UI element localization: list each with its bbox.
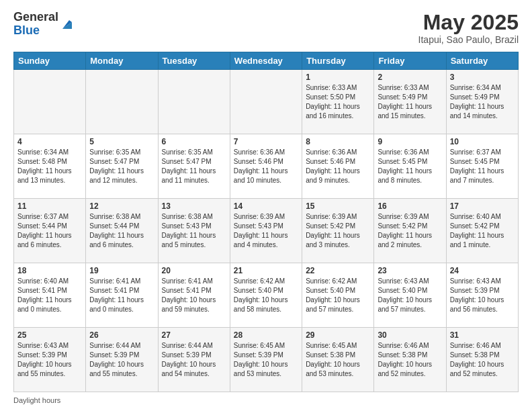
day-number: 14 (234, 201, 298, 211)
day-number: 16 (378, 201, 442, 211)
calendar-cell: 28Sunrise: 6:45 AM Sunset: 5:39 PM Dayli… (230, 328, 302, 392)
calendar-header-cell: Sunday (14, 52, 86, 70)
day-info: Sunrise: 6:43 AM Sunset: 5:40 PM Dayligh… (378, 277, 442, 314)
page: General Blue May 2025 Itapui, Sao Paulo,… (0, 0, 532, 411)
day-info: Sunrise: 6:35 AM Sunset: 5:47 PM Dayligh… (89, 148, 154, 185)
calendar-cell: 17Sunrise: 6:40 AM Sunset: 5:42 PM Dayli… (446, 199, 518, 263)
calendar-cell: 22Sunrise: 6:42 AM Sunset: 5:40 PM Dayli… (302, 263, 374, 328)
day-number: 8 (306, 137, 370, 146)
calendar-week-row: 18Sunrise: 6:40 AM Sunset: 5:41 PM Dayli… (14, 263, 519, 328)
calendar-cell: 7Sunrise: 6:36 AM Sunset: 5:46 PM Daylig… (230, 134, 302, 199)
day-number: 2 (378, 73, 442, 82)
day-info: Sunrise: 6:45 AM Sunset: 5:39 PM Dayligh… (234, 341, 298, 379)
calendar-header-cell: Wednesday (230, 52, 302, 70)
day-info: Sunrise: 6:34 AM Sunset: 5:49 PM Dayligh… (450, 83, 515, 121)
calendar-cell: 8Sunrise: 6:36 AM Sunset: 5:46 PM Daylig… (302, 134, 374, 199)
day-info: Sunrise: 6:39 AM Sunset: 5:42 PM Dayligh… (378, 212, 442, 250)
day-info: Sunrise: 6:36 AM Sunset: 5:45 PM Dayligh… (378, 148, 442, 185)
day-info: Sunrise: 6:44 AM Sunset: 5:39 PM Dayligh… (162, 341, 226, 379)
day-info: Sunrise: 6:46 AM Sunset: 5:38 PM Dayligh… (450, 341, 515, 379)
day-number: 26 (89, 330, 154, 340)
day-number: 18 (17, 266, 82, 275)
day-info: Sunrise: 6:38 AM Sunset: 5:44 PM Dayligh… (89, 212, 154, 250)
logo-icon (60, 17, 75, 32)
calendar-cell: 23Sunrise: 6:43 AM Sunset: 5:40 PM Dayli… (374, 263, 446, 328)
day-info: Sunrise: 6:39 AM Sunset: 5:42 PM Dayligh… (306, 212, 370, 250)
calendar-cell: 2Sunrise: 6:33 AM Sunset: 5:49 PM Daylig… (374, 70, 446, 134)
day-number: 7 (234, 137, 298, 146)
day-number: 9 (378, 137, 442, 146)
calendar-cell: 18Sunrise: 6:40 AM Sunset: 5:41 PM Dayli… (14, 263, 86, 328)
day-number: 13 (162, 201, 226, 211)
footer-label: Daylight hours (13, 396, 60, 404)
calendar-week-row: 25Sunrise: 6:43 AM Sunset: 5:39 PM Dayli… (14, 328, 519, 392)
calendar-cell (158, 70, 230, 134)
day-info: Sunrise: 6:36 AM Sunset: 5:46 PM Dayligh… (234, 148, 298, 185)
calendar-cell: 9Sunrise: 6:36 AM Sunset: 5:45 PM Daylig… (374, 134, 446, 199)
title-block: May 2025 Itapui, Sao Paulo, Brazil (418, 11, 519, 45)
calendar-cell: 16Sunrise: 6:39 AM Sunset: 5:42 PM Dayli… (374, 199, 446, 263)
calendar-header-cell: Friday (374, 52, 446, 70)
day-number: 11 (17, 201, 82, 211)
calendar-cell: 27Sunrise: 6:44 AM Sunset: 5:39 PM Dayli… (158, 328, 230, 392)
calendar-cell: 25Sunrise: 6:43 AM Sunset: 5:39 PM Dayli… (14, 328, 86, 392)
day-number: 6 (162, 137, 226, 146)
day-info: Sunrise: 6:42 AM Sunset: 5:40 PM Dayligh… (306, 277, 370, 314)
day-info: Sunrise: 6:43 AM Sunset: 5:39 PM Dayligh… (17, 341, 82, 379)
day-info: Sunrise: 6:38 AM Sunset: 5:43 PM Dayligh… (162, 212, 226, 250)
day-number: 15 (306, 201, 370, 211)
calendar-cell: 24Sunrise: 6:43 AM Sunset: 5:39 PM Dayli… (446, 263, 518, 328)
day-info: Sunrise: 6:37 AM Sunset: 5:44 PM Dayligh… (17, 212, 82, 250)
day-number: 10 (450, 137, 515, 146)
calendar-cell (230, 70, 302, 134)
day-number: 1 (306, 73, 370, 82)
day-info: Sunrise: 6:45 AM Sunset: 5:38 PM Dayligh… (306, 341, 370, 379)
header: General Blue May 2025 Itapui, Sao Paulo,… (13, 11, 519, 45)
day-number: 28 (234, 330, 298, 340)
day-info: Sunrise: 6:43 AM Sunset: 5:39 PM Dayligh… (450, 277, 515, 314)
day-number: 5 (89, 137, 154, 146)
day-number: 20 (162, 266, 226, 275)
calendar-cell: 12Sunrise: 6:38 AM Sunset: 5:44 PM Dayli… (86, 199, 158, 263)
day-number: 4 (17, 137, 82, 146)
calendar-cell: 26Sunrise: 6:44 AM Sunset: 5:39 PM Dayli… (86, 328, 158, 392)
calendar-header-cell: Tuesday (158, 52, 230, 70)
calendar-cell: 1Sunrise: 6:33 AM Sunset: 5:50 PM Daylig… (302, 70, 374, 134)
day-info: Sunrise: 6:40 AM Sunset: 5:41 PM Dayligh… (17, 277, 82, 314)
calendar-cell: 10Sunrise: 6:37 AM Sunset: 5:45 PM Dayli… (446, 134, 518, 199)
calendar-week-row: 4Sunrise: 6:34 AM Sunset: 5:48 PM Daylig… (14, 134, 519, 199)
calendar-header-cell: Saturday (446, 52, 518, 70)
day-number: 24 (450, 266, 515, 275)
calendar-table: SundayMondayTuesdayWednesdayThursdayFrid… (13, 52, 519, 392)
calendar-cell: 19Sunrise: 6:41 AM Sunset: 5:41 PM Dayli… (86, 263, 158, 328)
day-info: Sunrise: 6:36 AM Sunset: 5:46 PM Dayligh… (306, 148, 370, 185)
footer: Daylight hours (13, 396, 519, 404)
day-number: 21 (234, 266, 298, 275)
day-number: 25 (17, 330, 82, 340)
calendar-cell: 4Sunrise: 6:34 AM Sunset: 5:48 PM Daylig… (14, 134, 86, 199)
day-number: 17 (450, 201, 515, 211)
calendar-cell: 5Sunrise: 6:35 AM Sunset: 5:47 PM Daylig… (86, 134, 158, 199)
calendar-header-cell: Monday (86, 52, 158, 70)
day-number: 3 (450, 73, 515, 82)
calendar-cell: 29Sunrise: 6:45 AM Sunset: 5:38 PM Dayli… (302, 328, 374, 392)
calendar-cell (14, 70, 86, 134)
day-info: Sunrise: 6:34 AM Sunset: 5:48 PM Dayligh… (17, 148, 82, 185)
day-info: Sunrise: 6:42 AM Sunset: 5:40 PM Dayligh… (234, 277, 298, 314)
day-info: Sunrise: 6:41 AM Sunset: 5:41 PM Dayligh… (89, 277, 154, 314)
calendar-week-row: 11Sunrise: 6:37 AM Sunset: 5:44 PM Dayli… (14, 199, 519, 263)
calendar-header-row: SundayMondayTuesdayWednesdayThursdayFrid… (14, 52, 519, 70)
title-location: Itapui, Sao Paulo, Brazil (418, 34, 519, 45)
day-number: 23 (378, 266, 442, 275)
day-info: Sunrise: 6:39 AM Sunset: 5:43 PM Dayligh… (234, 212, 298, 250)
logo: General Blue (13, 11, 75, 38)
calendar-cell (86, 70, 158, 134)
day-info: Sunrise: 6:41 AM Sunset: 5:41 PM Dayligh… (162, 277, 226, 314)
day-info: Sunrise: 6:40 AM Sunset: 5:42 PM Dayligh… (450, 212, 515, 250)
day-number: 19 (89, 266, 154, 275)
day-info: Sunrise: 6:35 AM Sunset: 5:47 PM Dayligh… (162, 148, 226, 185)
logo-general: General Blue (13, 11, 58, 38)
calendar-header-cell: Thursday (302, 52, 374, 70)
calendar-cell: 3Sunrise: 6:34 AM Sunset: 5:49 PM Daylig… (446, 70, 518, 134)
calendar-week-row: 1Sunrise: 6:33 AM Sunset: 5:50 PM Daylig… (14, 70, 519, 134)
